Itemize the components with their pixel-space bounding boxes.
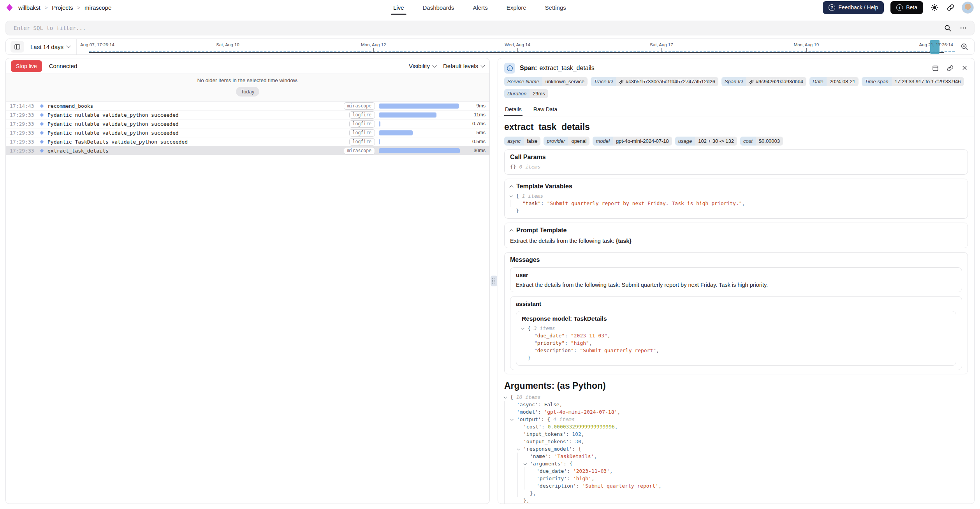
code-token: }, bbox=[523, 497, 530, 504]
code-token: {} bbox=[510, 163, 516, 170]
collapse-icon[interactable] bbox=[510, 184, 513, 189]
code-token: : bbox=[565, 339, 571, 347]
indent-gap bbox=[517, 438, 523, 445]
timeline-tick-label: Aug 21, 17:26:14 bbox=[919, 42, 953, 47]
timeline-zoom-in-icon[interactable] bbox=[955, 39, 974, 54]
tab-live[interactable]: Live bbox=[393, 0, 404, 15]
indent-guide bbox=[504, 467, 511, 475]
code-token: : bbox=[538, 408, 544, 416]
tree-chevron-down-icon[interactable] bbox=[522, 325, 528, 332]
link-icon[interactable] bbox=[619, 79, 624, 84]
tab-alerts[interactable]: Alerts bbox=[473, 0, 487, 15]
code-token: : bbox=[541, 416, 547, 423]
user-message-text: Extract the details from the following t… bbox=[516, 282, 956, 288]
indent-guide bbox=[510, 200, 517, 207]
response-model-card: Response model: TaskDetails { 3 items"du… bbox=[516, 311, 956, 366]
indent-gap bbox=[517, 497, 523, 504]
brand: willbakst>Projects>mirascope bbox=[6, 4, 111, 12]
log-name: extract_task_details bbox=[48, 148, 344, 154]
visibility-dropdown[interactable]: Visibility bbox=[409, 63, 436, 69]
live-log-panel: Stop live Connected Visibility Default l… bbox=[5, 58, 490, 504]
log-row[interactable]: 17:29:33Pydantic nullable validate_pytho… bbox=[6, 119, 489, 128]
theme-toggle-icon[interactable] bbox=[930, 3, 939, 12]
badge-value-text: 17:29:33.917 to 17:29:33.946 bbox=[895, 79, 961, 84]
panel-layout-icon[interactable] bbox=[932, 65, 939, 72]
timeline-track[interactable]: Aug 07, 17:26:14Sat, Aug 10Mon, Aug 12We… bbox=[77, 39, 955, 54]
indent-gap bbox=[531, 467, 537, 475]
call-params-card: Call Params {} 0 items bbox=[504, 149, 968, 175]
span-badge-date: Date2024-08-21 bbox=[809, 77, 859, 86]
call-params-code: {} 0 items bbox=[510, 163, 962, 170]
log-row[interactable]: 17:29:33extract_task_detailsmirascope30m… bbox=[6, 146, 489, 155]
indent-guide bbox=[511, 490, 517, 497]
tab-explore[interactable]: Explore bbox=[507, 0, 526, 15]
code-line: }, bbox=[504, 497, 968, 504]
breadcrumb-item-mirascope[interactable]: mirascope bbox=[84, 4, 111, 11]
log-duration: 11ms bbox=[465, 112, 486, 118]
timeline-tick-label: Mon, Aug 12 bbox=[361, 42, 386, 47]
prompt-variable: {task} bbox=[616, 238, 632, 244]
log-row[interactable]: 17:29:33Pydantic nullable validate_pytho… bbox=[6, 111, 489, 119]
log-duration-bar-track bbox=[379, 112, 461, 118]
log-duration: 0.5ms bbox=[465, 139, 486, 144]
tab-settings[interactable]: Settings bbox=[545, 0, 566, 15]
indent-guide bbox=[517, 490, 524, 497]
prompt-template-card: Prompt Template Extract the details from… bbox=[504, 223, 968, 248]
code-token: "description" bbox=[534, 347, 574, 354]
tree-chevron-down-icon[interactable] bbox=[517, 445, 523, 453]
badge-value: 29ms bbox=[530, 89, 548, 98]
badge-value: $0.00003 bbox=[756, 137, 783, 146]
more-options-icon[interactable] bbox=[959, 24, 967, 32]
tree-chevron-down-icon[interactable] bbox=[511, 416, 517, 423]
copy-link-icon[interactable] bbox=[947, 65, 954, 72]
indent-guide bbox=[517, 482, 524, 490]
breadcrumb-item-willbakst[interactable]: willbakst bbox=[18, 4, 40, 11]
timeline-data-line bbox=[89, 52, 944, 53]
indent-guide bbox=[524, 482, 531, 490]
tree-chevron-down-icon[interactable] bbox=[510, 192, 516, 200]
tab-details[interactable]: Details bbox=[504, 103, 523, 116]
span-badge-span-id: Span ID#9c942620aa93dbb4 bbox=[721, 77, 806, 86]
indent-guide bbox=[522, 339, 528, 347]
code-token: 'gpt-4o-mini-2024-07-18' bbox=[544, 408, 617, 416]
today-badge[interactable]: Today bbox=[236, 87, 260, 97]
collapse-icon[interactable] bbox=[510, 228, 513, 233]
stop-live-button[interactable]: Stop live bbox=[11, 60, 42, 72]
breadcrumb-separator: > bbox=[45, 5, 48, 11]
tree-chevron-down-icon[interactable] bbox=[524, 460, 530, 467]
log-row[interactable]: 17:29:33Pydantic TaskDetails validate_py… bbox=[6, 137, 489, 146]
log-row[interactable]: 17:29:33Pydantic nullable validate_pytho… bbox=[6, 128, 489, 137]
badge-label: Duration bbox=[504, 89, 530, 98]
log-duration-bar-track bbox=[379, 130, 461, 135]
prompt-template-text: Extract the details from the following t… bbox=[510, 238, 962, 244]
close-icon[interactable] bbox=[961, 65, 968, 72]
beta-button[interactable]: i Beta bbox=[890, 1, 923, 14]
breadcrumb-separator: > bbox=[77, 5, 80, 11]
code-line: { 10 items bbox=[504, 393, 968, 401]
search-icon[interactable] bbox=[944, 24, 952, 32]
code-token: { bbox=[510, 393, 513, 401]
indent-gap bbox=[531, 482, 537, 490]
sidebar-toggle-icon[interactable] bbox=[11, 41, 24, 53]
avatar[interactable] bbox=[962, 2, 974, 14]
tab-raw-data[interactable]: Raw Data bbox=[533, 103, 558, 116]
tab-dashboards[interactable]: Dashboards bbox=[422, 0, 454, 15]
code-token: 3 items bbox=[531, 325, 555, 332]
breadcrumb-item-Projects[interactable]: Projects bbox=[52, 4, 73, 11]
logfire-logo-icon[interactable] bbox=[6, 4, 13, 12]
time-range-dropdown[interactable]: Last 14 days bbox=[29, 44, 72, 50]
link-icon[interactable] bbox=[749, 79, 754, 84]
code-token: "Submit quarterly report" bbox=[580, 347, 656, 354]
default-levels-dropdown[interactable]: Default levels bbox=[443, 63, 484, 69]
tree-chevron-down-icon[interactable] bbox=[504, 393, 510, 401]
log-row[interactable]: 17:14:43recommend_booksmirascope9ms bbox=[6, 102, 489, 111]
sql-filter-input[interactable] bbox=[13, 25, 936, 32]
indent-guide bbox=[511, 445, 517, 453]
feedback-help-button[interactable]: ? Feedback / Help bbox=[823, 1, 884, 14]
span-diamond-icon bbox=[40, 113, 44, 117]
panel-resize-handle[interactable] bbox=[491, 276, 497, 286]
badge-value-text: openai bbox=[571, 139, 586, 144]
sql-filter-bar bbox=[5, 21, 975, 35]
code-line: 'model': 'gpt-4o-mini-2024-07-18', bbox=[504, 408, 968, 416]
share-link-icon[interactable] bbox=[946, 3, 955, 12]
